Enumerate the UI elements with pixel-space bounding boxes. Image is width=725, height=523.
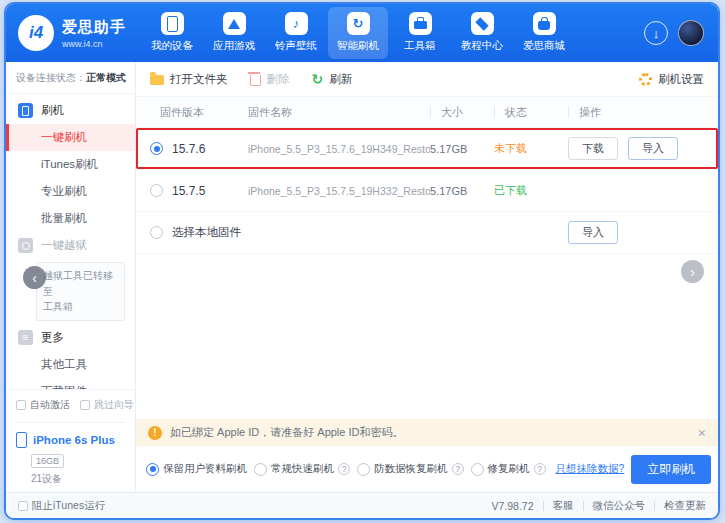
jailbreak-moved-note: 越狱工具已转移至 工具箱 xyxy=(36,262,125,321)
wechat-official-link[interactable]: 微信公众号 xyxy=(593,499,646,513)
phone-icon xyxy=(16,432,27,448)
store-icon xyxy=(533,12,556,35)
nav-item-ringtones-wallpapers[interactable]: ♪ 铃声壁纸 xyxy=(266,7,326,59)
option-repair-flash[interactable]: 修复刷机 ? xyxy=(471,462,546,476)
jailbreak-section-icon xyxy=(18,238,33,253)
radio-unselected[interactable] xyxy=(150,226,163,239)
collapse-left-arrow[interactable]: ‹ xyxy=(23,266,46,289)
firmware-name: iPhone_5.5_P3_15.7.5_19H332_Restore.ipsw xyxy=(248,185,430,197)
nav-item-my-devices[interactable]: 我的设备 xyxy=(142,7,202,59)
erase-data-link[interactable]: 只想抹除数据? xyxy=(556,462,625,476)
import-firmware-button[interactable]: 导入 xyxy=(628,137,678,160)
sidebar-item-one-click-flash[interactable]: 一键刷机 xyxy=(6,124,135,151)
refresh-button[interactable]: ↻ 刷新 xyxy=(312,72,353,87)
radio-unselected xyxy=(254,463,267,476)
divider xyxy=(654,501,655,511)
nav-item-apps-games[interactable]: 应用游戏 xyxy=(204,7,264,59)
close-icon[interactable]: × xyxy=(698,425,706,441)
apps-icon xyxy=(223,12,246,35)
apple-id-notice: ! 如已绑定 Apple ID，请准备好 Apple ID和密码。 × xyxy=(136,419,718,446)
radio-selected[interactable] xyxy=(150,142,163,155)
local-firmware-label: 选择本地固件 xyxy=(172,225,568,240)
tutorial-icon xyxy=(471,12,494,35)
sidebar-bottom: 自动激活 跳过向导 iPhone 6s Plus 16GB 21设备 xyxy=(6,389,135,492)
check-update-link[interactable]: 检查更新 xyxy=(664,499,706,513)
skip-wizard-checkbox[interactable]: 跳过向导 xyxy=(80,398,134,412)
radio-selected xyxy=(146,463,159,476)
import-local-firmware-button[interactable]: 导入 xyxy=(568,221,618,244)
refresh-icon: ↻ xyxy=(312,72,324,86)
help-icon[interactable]: ? xyxy=(534,463,546,475)
gear-icon xyxy=(639,73,652,86)
flash-icon: ↻ xyxy=(347,12,370,35)
option-normal-fast-flash[interactable]: 常规快速刷机 ? xyxy=(254,462,350,476)
customer-support-link[interactable]: 客服 xyxy=(553,499,574,513)
ringtone-icon: ♪ xyxy=(285,12,308,35)
sidebar-checkboxes: 自动激活 跳过向导 xyxy=(16,398,125,412)
notice-text: 如已绑定 Apple ID，请准备好 Apple ID和密码。 xyxy=(170,425,404,440)
sidebar-menu: 刷机 一键刷机 iTunes刷机 专业刷机 批量刷机 一键越狱 越狱工具已转移至… xyxy=(6,94,135,389)
app-version: V7.98.72 xyxy=(491,500,533,512)
sidebar-item-download-firmware[interactable]: 下载固件 xyxy=(6,378,135,390)
app-window: i4 爱思助手 www.i4.cn 我的设备 应用游戏 ♪ 铃声壁纸 ↻ 智能刷… xyxy=(6,4,718,518)
sidebar-item-pro-flash[interactable]: 专业刷机 xyxy=(6,178,135,205)
col-header-status: 状态 xyxy=(494,106,568,118)
firmware-table-header: 固件版本 固件名称 大小 状态 操作 xyxy=(136,97,718,128)
help-icon[interactable]: ? xyxy=(452,463,464,475)
col-header-version: 固件版本 xyxy=(136,105,248,120)
flash-now-button[interactable]: 立即刷机 xyxy=(631,455,711,484)
flash-settings-button[interactable]: 刷机设置 xyxy=(639,72,704,87)
more-section-icon: ≡ xyxy=(18,330,33,345)
radio-unselected[interactable] xyxy=(150,184,163,197)
content: 设备连接状态：正常模式 刷机 一键刷机 iTunes刷机 专业刷机 批量刷机 一… xyxy=(6,62,718,492)
firmware-version: 15.7.5 xyxy=(172,184,205,198)
sidebar-section-jailbreak[interactable]: 一键越狱 xyxy=(6,232,135,259)
device-count: 21设备 xyxy=(31,472,125,486)
nav-item-toolbox[interactable]: 工具箱 xyxy=(390,7,450,59)
delete-button[interactable]: 删除 xyxy=(250,72,290,87)
sidebar-item-itunes-flash[interactable]: iTunes刷机 xyxy=(6,151,135,178)
device-capacity-badge: 16GB xyxy=(31,454,64,468)
firmware-toolbar: 打开文件夹 删除 ↻ 刷新 刷机设置 xyxy=(136,62,718,97)
warning-icon: ! xyxy=(148,426,162,440)
auto-activate-checkbox[interactable]: 自动激活 xyxy=(16,398,70,412)
scroll-right-arrow[interactable]: › xyxy=(681,260,704,283)
flash-section-icon xyxy=(18,103,33,118)
open-folder-button[interactable]: 打开文件夹 xyxy=(150,72,228,87)
option-keep-user-data[interactable]: 保留用户资料刷机 xyxy=(146,462,247,476)
avatar[interactable] xyxy=(678,20,704,46)
device-name: iPhone 6s Plus xyxy=(33,434,115,446)
checkbox-icon xyxy=(16,400,26,410)
download-firmware-button[interactable]: 下载 xyxy=(568,137,618,160)
nav-item-store[interactable]: 爱思商城 xyxy=(514,7,574,59)
device-connection-status: 设备连接状态：正常模式 xyxy=(6,62,135,94)
toolbox-icon xyxy=(409,12,432,35)
sidebar-item-batch-flash[interactable]: 批量刷机 xyxy=(6,205,135,232)
nav-item-tutorials[interactable]: 教程中心 xyxy=(452,7,512,59)
nav-item-smart-flash[interactable]: ↻ 智能刷机 xyxy=(328,7,388,59)
header-actions: ↓ xyxy=(644,20,704,46)
flash-options-panel: 保留用户资料刷机 常规快速刷机 ? 防数据恢复刷机 ? 修复刷机 ? 只 xyxy=(136,446,718,492)
header-nav: 我的设备 应用游戏 ♪ 铃声壁纸 ↻ 智能刷机 工具箱 教程中心 xyxy=(142,7,574,59)
sidebar-section-flash[interactable]: 刷机 xyxy=(6,97,135,124)
firmware-size: 5.17GB xyxy=(430,143,494,155)
checkbox-icon xyxy=(80,400,90,410)
brand-url: www.i4.cn xyxy=(62,39,126,49)
trash-icon xyxy=(250,75,261,86)
block-itunes-checkbox[interactable]: 阻止iTunes运行 xyxy=(18,499,105,513)
statusbar-links: V7.98.72 客服 微信公众号 检查更新 xyxy=(491,499,706,513)
firmware-row-15-7-6[interactable]: 15.7.6 iPhone_5.5_P3_15.7.6_19H349_Resto… xyxy=(136,128,718,170)
firmware-name: iPhone_5.5_P3_15.7.6_19H349_Restore.ipsw xyxy=(248,143,430,155)
sidebar-item-other-tools[interactable]: 其他工具 xyxy=(6,351,135,378)
sidebar-section-more[interactable]: ≡ 更多 xyxy=(6,324,135,351)
local-firmware-row[interactable]: 选择本地固件 导入 xyxy=(136,212,718,254)
download-manager-button[interactable]: ↓ xyxy=(644,21,668,45)
firmware-row-15-7-5[interactable]: 15.7.5 iPhone_5.5_P3_15.7.5_19H332_Resto… xyxy=(136,170,718,212)
option-anti-data-recovery-flash[interactable]: 防数据恢复刷机 ? xyxy=(357,462,464,476)
divider xyxy=(543,501,544,511)
folder-icon xyxy=(150,75,164,85)
status-value: 正常模式 xyxy=(86,72,126,83)
empty-area xyxy=(136,254,718,419)
help-icon[interactable]: ? xyxy=(338,463,350,475)
brand-name: 爱思助手 xyxy=(62,18,126,37)
